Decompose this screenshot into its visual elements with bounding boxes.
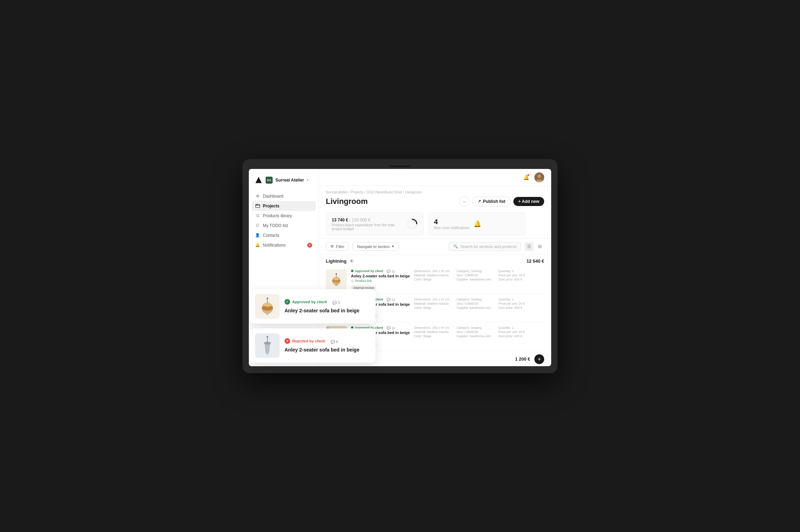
product-info: Approved by client 💬 12 Anley 2-seater s… (351, 269, 410, 290)
supplier: Supplier: kavehome.com (456, 278, 491, 281)
notifications-count: 4 (434, 218, 469, 226)
svg-point-30 (264, 303, 271, 307)
stats-row: 13 740 € / 120 000 € Product board expen… (319, 210, 551, 239)
supplier: Supplier: kavehome.com (456, 334, 491, 338)
float-status: ✕ Rejected by client (285, 338, 325, 344)
grid-view-button[interactable]: ⊞ (535, 242, 544, 251)
dimensions: Dimensions: 204 x 97 cm (414, 298, 449, 301)
budget-card: 13 740 € / 120 000 € Product board expen… (326, 212, 424, 235)
supplier: Supplier: kavehome.com (456, 306, 491, 310)
sum-price: Sum price: 600 € (498, 334, 533, 338)
more-button[interactable]: ··· (459, 196, 470, 207)
avatar[interactable] (534, 172, 544, 182)
logo-icon (254, 176, 263, 184)
product-name: Anley 2-seater sofa bed in beige (351, 274, 410, 278)
product-link-text[interactable]: Product link (355, 279, 372, 283)
comment-icon: 💬 (331, 340, 335, 344)
page-header: Surreal Atelier / Projects / 1612 Havenh… (319, 186, 551, 210)
search-box[interactable]: 🔍 Search for sections and products (449, 242, 521, 251)
toolbar: ⚙ Filter Navigate to section ▾ 🔍 Search … (319, 239, 551, 255)
list-view-button[interactable]: ☰ (525, 242, 534, 251)
workspace-header[interactable]: SA Surreal Atelier ▾ (249, 173, 318, 190)
budget-label: Product board expenditure from the total… (332, 223, 402, 231)
float-thumbnail-2 (255, 333, 280, 358)
float-card-content: ✕ Rejected by client 💬 6 Anley 2-seater … (285, 338, 359, 353)
comment-icon: 💬 (332, 301, 337, 305)
grid-icon: ⊡ (255, 213, 260, 218)
dimensions: Dimensions: 204 x 97 cm (414, 269, 449, 273)
comment-icon: 💬 (387, 270, 391, 273)
notifications-card: 4 New room notifications 🔔 (428, 212, 526, 235)
comment-number: 12 (392, 270, 395, 273)
category: Category: Seating (456, 298, 491, 301)
comment-count: 💬 12 (387, 270, 395, 273)
comment-count: 💬 12 (387, 326, 395, 330)
detail-col-3: Quantity: 1 Price per unit: 20 € Sum pri… (498, 326, 533, 339)
floating-card-approved: ✓ Approved by client 💬 3 Anley 2-seater … (250, 289, 376, 324)
publish-button[interactable]: ↗ Publish list (472, 197, 511, 206)
float-product-name: Anley 2-seater sofa bed in beige (285, 308, 359, 313)
svg-point-26 (266, 298, 268, 299)
filter-button[interactable]: ⚙ Filter (326, 242, 349, 251)
section1-total: 12 540 € (526, 258, 544, 264)
detail-col-1: Dimensions: 204 x 97 cm Material: Madera… (414, 298, 449, 310)
comment-count: 💬 12 (387, 298, 395, 302)
svg-rect-11 (335, 284, 337, 286)
add-new-button[interactable]: + Add new (513, 197, 544, 206)
float-card-content: ✓ Approved by client 💬 3 Anley 2-seater … (285, 299, 359, 313)
product-details: Dimensions: 204 x 97 cm Material: Madera… (414, 298, 544, 310)
quantity: Quantity: 1 (498, 298, 533, 301)
sidebar-item-notifications[interactable]: 🔔 Notifications 2 (252, 240, 316, 250)
sidebar-item-products-library[interactable]: ⊡ Products library (252, 211, 316, 221)
detail-col-2: Category: Seating SKU: C368D28 Supplier:… (456, 298, 491, 310)
product-link: ⊙ Product link (351, 279, 410, 283)
material: Material: Madera maciza (414, 274, 449, 277)
notification-dot (527, 174, 529, 176)
product-details: Dimensions: 204 x 97 cm Material: Madera… (414, 269, 544, 282)
budget-progress (407, 218, 418, 229)
product-thumbnail (326, 269, 347, 290)
navigate-button[interactable]: Navigate to section ▾ (352, 242, 399, 251)
sidebar-item-label: Products library (263, 213, 292, 218)
price-per-unit: Price per unit: 20 € (498, 274, 533, 277)
material: Material: Madera maciza (414, 302, 449, 305)
sidebar-item-dashboard[interactable]: ⊞ Dashboard (252, 191, 316, 201)
sidebar-item-todo[interactable]: ☑ My TODO list (252, 221, 316, 230)
workspace-badge: SA (266, 177, 273, 184)
floating-card-rejected: ✕ Rejected by client 💬 6 Anley 2-seater … (250, 328, 376, 363)
breadcrumb: Surreal Atelier / Projects / 1612 Havenh… (326, 190, 544, 194)
price-per-unit: Price per unit: 20 € (498, 330, 533, 334)
detail-col-3: Quantity: 1 Price per unit: 20 € Sum pri… (498, 298, 533, 310)
quantity: Quantity: 1 (498, 269, 533, 273)
bell-icon-large: 🔔 (473, 220, 481, 228)
comment-icon: 💬 (387, 326, 391, 330)
float-status-label: Rejected by client (292, 339, 325, 343)
svg-point-10 (334, 277, 339, 280)
category: Category: Seating (456, 269, 491, 273)
budget-info: 13 740 € / 120 000 € Product board expen… (332, 217, 402, 231)
svg-point-6 (336, 273, 337, 275)
sku: SKU: C368D28 (456, 274, 491, 277)
page-title-row: Livingroom ··· ↗ Publish list + Add new (326, 196, 544, 207)
dashboard-icon: ⊞ (255, 194, 260, 199)
section2-total: 1 200 € (515, 356, 530, 362)
sidebar-item-contacts[interactable]: 👤 Contacts (252, 230, 316, 240)
sidebar-item-projects[interactable]: Projects (252, 201, 316, 211)
sum-price: Sum price: 600 € (498, 306, 533, 310)
link-icon: ⊙ (351, 279, 354, 283)
detail-col-3: Quantity: 1 Price per unit: 20 € Sum pri… (498, 269, 533, 282)
sum-price: Sum price: 600 € (498, 278, 533, 281)
comment-number: 6 (336, 340, 338, 344)
todo-icon: ☑ (255, 223, 260, 228)
bell-icon: 🔔 (255, 243, 260, 248)
comment-number: 12 (392, 326, 395, 330)
add-circle-button[interactable]: + (534, 354, 544, 364)
notification-button[interactable]: 🔔 (521, 172, 531, 182)
svg-rect-37 (266, 353, 268, 354)
float-status-label: Approved by client (292, 300, 327, 304)
sidebar-item-label: Dashboard (263, 194, 283, 199)
float-product-name: Anley 2-seater sofa bed in beige (285, 347, 359, 353)
float-status: ✓ Approved by client (285, 299, 327, 305)
product-status: Approved by client (351, 269, 383, 273)
budget-amount: 13 740 € / 120 000 € (332, 217, 402, 222)
